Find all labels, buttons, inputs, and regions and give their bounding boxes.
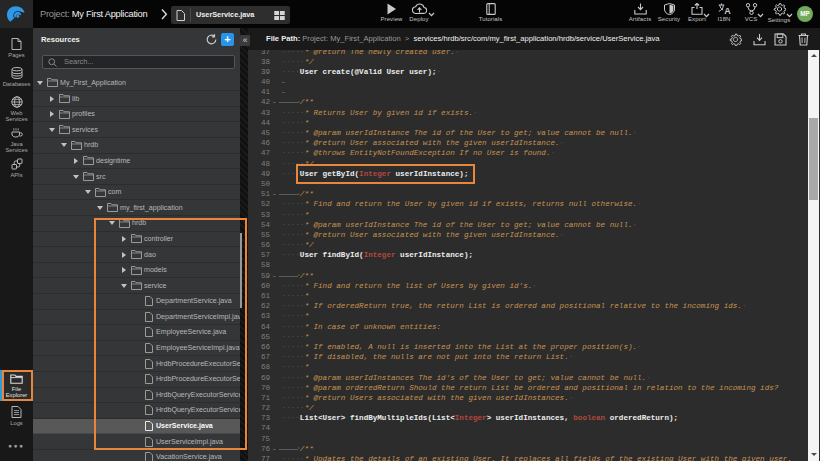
svg-text:A: A (724, 6, 731, 15)
